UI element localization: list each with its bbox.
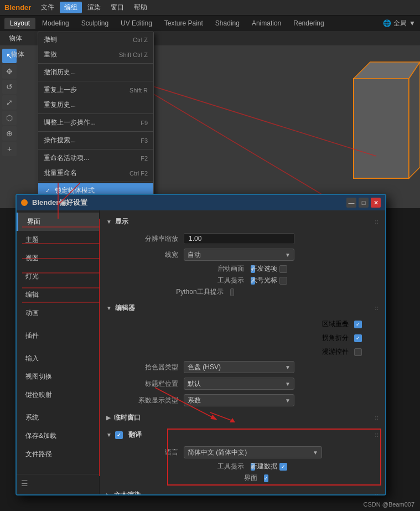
menu-undo-history[interactable]: 撤消历史... (38, 65, 153, 80)
region-overlap-checkbox[interactable]: ✓ (354, 321, 362, 328)
region-overlap-label: 区域重叠 (322, 319, 349, 329)
workspace-tabs: Layout Modeling Sculpting UV Editing Tex… (0, 16, 420, 31)
menu-render[interactable]: 渲染 (83, 2, 105, 13)
menu-file[interactable]: 文件 (37, 2, 59, 13)
toolbar-move-icon[interactable]: ✥ (2, 64, 17, 79)
section-translation-header[interactable]: ▼ ✓ 翻译 :: (106, 428, 378, 442)
section-display-label: 显示 (115, 217, 128, 226)
python-tooltip-checkbox[interactable] (230, 288, 234, 296)
splash-label: 启动画面 (193, 264, 248, 273)
resolution-scale-row: 分辨率缩放 (106, 232, 378, 245)
menu-adjust-last-op[interactable]: 调整上一步操作... F9 (38, 115, 153, 130)
corner-split-checkbox[interactable]: ✓ (354, 334, 362, 342)
line-width-label: 线宽 (106, 250, 184, 260)
sidebar-item-navigation[interactable]: 视图切换 (17, 368, 99, 386)
new-data-checkbox[interactable]: ✓ (279, 463, 287, 471)
tab-rendering[interactable]: Rendering (288, 18, 329, 29)
sidebar-item-lights[interactable]: 灯光 (17, 267, 99, 286)
sidebar-item-theme[interactable]: 主题 (17, 231, 99, 249)
menu-rename-active[interactable]: 重命名活动项... F2 (38, 151, 153, 166)
splash-col: 启动画面 ✓ (106, 264, 251, 273)
sidebar-item-input[interactable]: 输入 (17, 349, 99, 368)
language-value: 简体中文 (简体中文) (188, 448, 247, 457)
menu-edit[interactable]: 编组 (60, 2, 82, 13)
header-pos-select[interactable]: 默认 ▼ (184, 378, 294, 390)
toolbar-rotate-icon[interactable]: ↺ (2, 80, 17, 94)
top-bar: Blender 文件 编组 渲染 窗口 帮助 (0, 0, 420, 16)
section-tempwindow-drag: :: (375, 415, 378, 421)
menu-undo[interactable]: 撤销 Ctrl Z (38, 32, 153, 47)
menu-repeat-history[interactable]: 重复历史... (38, 97, 153, 112)
tab-uv-editing[interactable]: UV Editing (115, 18, 158, 29)
color-picker-label: 拾色器类型 (106, 363, 184, 372)
menu-redo[interactable]: 重做 Shift Ctrl Z (38, 47, 153, 62)
line-width-select[interactable]: 自动 ▼ (184, 249, 294, 261)
preferences-sidebar: 界面 主题 视图 灯光 编辑 动画 插件 输入 视图切换 键位映射 系统 保存&… (17, 210, 100, 494)
toolbar-transform-icon[interactable]: ⬡ (2, 111, 17, 125)
menu-window[interactable]: 窗口 (106, 2, 128, 13)
translation-enable-checkbox[interactable]: ✓ (115, 431, 123, 439)
menu-help[interactable]: 帮助 (129, 2, 152, 13)
toolbar-cursor-icon[interactable]: ⊕ (2, 126, 17, 141)
sidebar-item-file-paths[interactable]: 文件路径 (17, 445, 99, 463)
sidebar-item-addons[interactable]: 插件 (17, 327, 99, 345)
toolbar-add-icon[interactable]: + (2, 142, 17, 156)
bigcursor-checkbox[interactable] (279, 277, 287, 285)
tab-shading[interactable]: Shading (210, 18, 245, 29)
sidebar-item-viewport[interactable]: 视图 (17, 249, 99, 267)
color-picker-arrow: ▼ (285, 364, 291, 370)
tab-texture-paint[interactable]: Texture Paint (159, 18, 209, 29)
resolution-scale-input[interactable] (184, 233, 294, 244)
tab-layout[interactable]: Layout (4, 18, 35, 29)
section-textrender-header[interactable]: ▶ 文本渲染 :: (106, 488, 378, 494)
divider-6 (38, 182, 153, 182)
menu-op-search[interactable]: 操作搜索... F3 (38, 133, 153, 148)
sidebar-spacer-1 (17, 322, 99, 327)
language-row: 语言 简体中文 (简体中文) ▼ (106, 445, 378, 460)
interface-item: 界面 ✓ (206, 473, 234, 483)
sidebar-item-editing[interactable]: 编辑 (17, 286, 99, 304)
object-label: 物体 (11, 50, 24, 59)
factor-display-select[interactable]: 系数 ▼ (184, 394, 294, 406)
sidebar-item-system[interactable]: 系统 (17, 409, 99, 427)
section-tempwindow-header[interactable]: ▶ 临时窗口 :: (106, 411, 378, 425)
nav-controls-checkbox[interactable] (354, 348, 362, 356)
section-editor-header[interactable]: ▼ 编辑器 :: (106, 301, 378, 315)
toolbar-scale-icon[interactable]: ⤢ (2, 95, 17, 110)
watermark: CSDN @Beam007 (364, 501, 414, 508)
devopt-label: 开发选项 (251, 264, 277, 273)
maximize-button[interactable]: □ (359, 198, 369, 208)
sidebar-item-save-load[interactable]: 保存&加载 (17, 427, 99, 445)
trans-tooltip-col: 工具提示 ✓ (106, 462, 251, 471)
nav-controls-label: 漫游控件 (322, 347, 349, 357)
tab-modeling[interactable]: Modeling (37, 18, 75, 29)
menu-batch-rename[interactable]: 批量重命名 Ctrl F2 (38, 166, 153, 180)
hamburger-icon[interactable]: ☰ (21, 479, 28, 488)
preferences-titlebar: Blender偏好设置 — □ ✕ (17, 195, 385, 210)
color-picker-select[interactable]: 色盘 (HSV) ▼ (184, 361, 294, 373)
devopt-checkbox[interactable] (279, 265, 287, 273)
section-tempwindow-arrow: ▶ (106, 415, 111, 421)
header-pos-control: 默认 ▼ (184, 378, 294, 390)
language-select[interactable]: 简体中文 (简体中文) ▼ (184, 446, 322, 458)
menu-repeat-last[interactable]: 重复上一步 Shift R (38, 82, 153, 97)
sidebar-item-interface[interactable]: 界面 (17, 213, 99, 231)
tab-animation[interactable]: Animation (246, 18, 287, 29)
close-button[interactable]: ✕ (371, 198, 381, 208)
python-tooltip-col: Python工具提示 (106, 287, 251, 297)
interface-checkbox[interactable]: ✓ (264, 474, 268, 482)
minimize-button[interactable]: — (346, 198, 356, 208)
section-display-header[interactable]: ▼ 显示 :: (106, 215, 378, 229)
section-textrender-label: 文本渲染 (114, 491, 141, 494)
view-selector[interactable]: 🌐 全局 ▼ (383, 19, 416, 28)
tab-sculpting[interactable]: Sculpting (76, 18, 114, 29)
language-control: 简体中文 (简体中文) ▼ (184, 446, 322, 458)
sidebar-spacer-3 (17, 404, 99, 409)
sidebar-item-keymap[interactable]: 键位映射 (17, 386, 99, 404)
new-data-item: 新建数据 ✓ (251, 462, 287, 471)
divider-3 (38, 113, 153, 114)
left-toolbar: ↖ ✥ ↺ ⤢ ⬡ ⊕ + (2, 45, 18, 156)
translation-tooltip-row: 工具提示 ✓ 新建数据 ✓ (106, 462, 378, 471)
splash-checkbox-item: 启动画面 ✓ (193, 264, 234, 273)
sidebar-item-animation[interactable]: 动画 (17, 304, 99, 322)
